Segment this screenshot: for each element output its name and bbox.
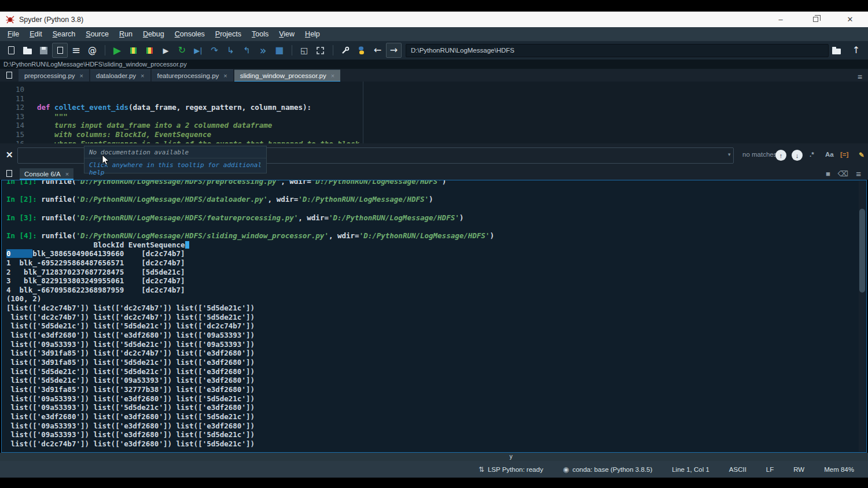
console-line: list(['e3df2680']) list(['e3df2680']) li… [6,331,866,340]
console-tab[interactable]: Console 6/A × [20,168,73,180]
open-file-icon[interactable] [20,43,35,58]
forward-icon[interactable]: → [386,43,402,58]
editor-line: 16 where EventSequence is a list of the … [0,139,868,143]
documentation-tooltip[interactable]: No documentation available Click anywher… [84,146,267,173]
console-line: list(['09a53393']) list(['5d5de21c']) li… [6,403,866,412]
line-number: 13 [0,112,32,121]
browse-console-tabs-icon[interactable] [2,168,16,179]
step-return-icon[interactable]: ↰ [239,43,255,58]
find-dropdown-caret-icon[interactable]: ▾ [728,151,731,157]
rerun-cell-icon: ↻ [178,46,186,55]
editor-options-menu-icon[interactable]: ≡ [852,72,868,82]
tooltip-help-link[interactable]: Click anywhere in this tooltip for addit… [84,158,266,179]
horizontal-scroll-strip[interactable]: y [0,453,868,461]
tab-close-icon[interactable]: × [141,72,144,79]
stop-debug-icon[interactable]: ■ [271,43,287,58]
parent-directory-icon[interactable]: ↑ [848,43,864,58]
console-line: list(['3d91fa85']) list(['5d5de21c']) li… [6,358,866,367]
case-sensitive-toggle-icon[interactable]: Aa [825,151,834,158]
tab-close-icon[interactable]: × [331,72,334,79]
tab-close-icon[interactable]: × [80,72,83,79]
find-close-icon[interactable]: ✕ [6,150,13,160]
menu-debug[interactable]: Debug [138,28,170,40]
debug-file-icon[interactable]: ▶| [190,43,206,58]
code-editor[interactable]: 101112def collect_event_ids(data_frame, … [0,82,868,143]
console-tab-close-icon[interactable]: × [65,171,69,178]
editor-tabs: preprocessing.py×dataloader.py×featurepr… [19,69,341,82]
find-previous-button[interactable]: ↑ [775,150,786,161]
highlight-matches-icon[interactable]: ✎ [859,151,865,159]
conda-env-status[interactable]: ◉ conda: base (Python 3.8.5) [563,465,653,474]
new-file-icon[interactable] [3,43,19,58]
save-file-icon[interactable] [36,43,52,58]
back-icon[interactable]: ← [370,43,385,58]
open-directory-icon[interactable] [829,43,844,58]
menu-projects[interactable]: Projects [210,28,247,40]
find-next-button[interactable]: ↓ [792,150,803,161]
save-all-icon[interactable] [52,43,68,58]
symbol-finder-icon[interactable]: @ [84,43,100,58]
console-line: (100, 2) [6,294,866,304]
run-cell-icon[interactable] [126,43,141,58]
console-line: list(['e3df2680']) list(['e3df2680']) li… [6,412,866,422]
console-line: list(['5d5de21c']) list(['09a53393']) li… [6,376,866,385]
minimize-button[interactable]: – [777,15,785,24]
menu-run[interactable]: Run [114,28,138,40]
console-panel-icons: ■⌫≡ [826,169,868,179]
ipython-console[interactable]: In [1]: runfile('D:/PythonRUN/LogMessage… [1,180,867,453]
python-env-icon[interactable] [354,43,369,58]
run-selection-icon[interactable]: ▶ [158,43,174,58]
tab-stack-icon [6,72,12,79]
forward-icon: → [390,46,398,55]
save-all-icon [57,47,63,54]
options-menu-icon[interactable]: ≡ [856,169,861,179]
fullscreen-icon[interactable] [312,43,328,58]
restore-button[interactable] [811,15,819,24]
menu-help[interactable]: Help [300,28,325,40]
editor-tab-featureprocessing-py[interactable]: featureprocessing.py× [152,69,233,82]
restore-icon [813,17,818,22]
line-number: 15 [0,130,32,139]
maximize-pane-icon[interactable]: ◱ [296,43,312,58]
toolbar-right-icons: ↑ [829,43,865,58]
console-line: list(['5d5de21c']) list(['5d5de21c']) li… [6,367,866,376]
step-return-icon: ↰ [243,46,251,55]
menu-edit[interactable]: Edit [24,28,47,40]
mouse-cursor [102,155,110,167]
menu-file[interactable]: File [2,28,24,40]
console-line: BlockId EventSequence [6,241,866,250]
preferences-wrench-icon[interactable] [337,43,353,58]
menu-tools[interactable]: Tools [247,28,274,40]
editor-tab-dataloader-py[interactable]: dataloader.py× [90,69,150,82]
close-button[interactable]: ✕ [846,15,854,24]
console-line: In [4]: runfile('D:/PythonRUN/LogMessage… [6,231,866,241]
menu-source[interactable]: Source [80,28,114,40]
scrollbar-thumb[interactable] [859,209,865,293]
browse-tabs-icon[interactable] [2,69,16,81]
regex-toggle-icon[interactable]: .* [810,151,814,158]
run-file-icon[interactable]: ▶ [109,43,125,58]
menu-view[interactable]: View [274,28,300,40]
console-line: list(['dc2c74b7']) list(['dc2c74b7']) li… [6,313,866,322]
main-toolbar: ≡@▶▶↻▶|↷↳↰»■◱←→ ↑ [0,41,868,60]
clear-console-icon[interactable]: ⌫ [838,169,848,178]
tab-close-icon[interactable]: × [223,72,227,79]
interrupt-kernel-icon[interactable]: ■ [826,169,830,178]
rerun-cell-icon[interactable]: ↻ [174,43,190,58]
menu-search[interactable]: Search [47,28,81,40]
working-directory-input[interactable] [406,44,829,57]
editor-tab-sliding_window_processor-py[interactable]: sliding_window_processor.py× [234,69,340,82]
continue-icon[interactable]: » [255,43,271,58]
console-line: list(['dc2c74b7']) list(['e3df2680']) li… [6,439,866,449]
whole-words-toggle-icon[interactable]: [=] [840,151,848,158]
run-cell-advance-icon[interactable] [142,43,157,58]
editor-tab-preprocessing-py[interactable]: preprocessing.py× [19,69,89,82]
console-line: In [2]: runfile('D:/PythonRUN/LogMessage… [6,195,866,204]
step-into-icon[interactable]: ↳ [223,43,238,58]
console-line: list(['09a53393']) list(['e3df2680']) li… [6,394,866,404]
cursor-position: Line 1, Col 1 [672,466,709,473]
menu-consoles[interactable]: Consoles [170,28,210,40]
file-switcher-icon[interactable]: ≡ [68,43,84,58]
step-icon[interactable]: ↷ [207,43,222,58]
console-scrollbar[interactable] [859,181,866,452]
